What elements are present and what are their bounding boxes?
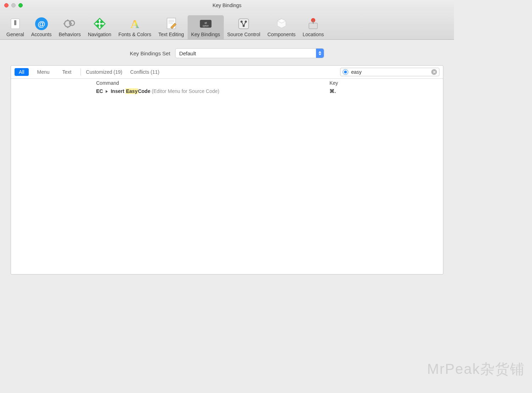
tab-fonts-colors[interactable]: A Fonts & Colors	[115, 15, 155, 39]
key-bindings-set-select[interactable]: Default	[175, 48, 324, 58]
close-icon[interactable]	[4, 3, 9, 7]
row-key: ⌘.	[329, 88, 443, 94]
text-editing-icon	[164, 17, 178, 31]
maximize-icon[interactable]	[18, 3, 23, 7]
tab-components[interactable]: Components	[264, 15, 299, 39]
svg-text:alt: alt	[204, 22, 207, 24]
content-area: Key Bindings Set Default All Menu Text C…	[0, 40, 454, 283]
tab-key-bindings[interactable]: altoption Key Bindings	[188, 15, 224, 39]
tab-label: Fonts & Colors	[118, 32, 151, 37]
tab-behaviors[interactable]: Behaviors	[55, 15, 84, 39]
behaviors-icon	[63, 17, 77, 31]
svg-rect-23	[309, 23, 317, 29]
header-key: Key	[329, 80, 443, 86]
svg-text:A: A	[131, 17, 139, 31]
svg-rect-19	[239, 19, 249, 29]
tab-label: Source Control	[227, 32, 260, 37]
select-stepper-icon	[316, 49, 324, 58]
tab-navigation[interactable]: Navigation	[84, 15, 115, 39]
tab-label: General	[6, 32, 24, 37]
filter-customized[interactable]: Customized (19)	[86, 69, 122, 75]
segment-all[interactable]: All	[15, 68, 29, 76]
svg-rect-25	[313, 20, 314, 24]
divider	[81, 68, 81, 76]
svg-point-5	[70, 21, 74, 26]
accounts-icon: @	[34, 17, 49, 31]
segment-menu[interactable]: Menu	[33, 68, 54, 76]
fonts-colors-icon: A	[128, 17, 142, 31]
filter-bar: All Menu Text Customized (19) Conflicts …	[11, 66, 443, 79]
search-box[interactable]: ✕	[340, 68, 439, 76]
search-input[interactable]	[351, 69, 431, 75]
tab-label: Text Editing	[158, 32, 184, 37]
table-row[interactable]: EC Insert EasyCode (Editor Menu for Sour…	[11, 87, 443, 95]
header-command: Command	[11, 80, 329, 86]
locations-icon	[306, 17, 320, 31]
traffic-lights	[4, 3, 23, 7]
tab-source-control[interactable]: Source Control	[224, 15, 264, 39]
key-bindings-icon: altoption	[199, 17, 213, 31]
tab-label: Accounts	[31, 32, 52, 37]
tab-label: Locations	[303, 32, 324, 37]
tab-label: Behaviors	[59, 32, 81, 37]
tab-accounts[interactable]: @ Accounts	[28, 15, 55, 39]
components-icon	[275, 17, 289, 31]
minimize-icon	[11, 3, 16, 7]
source-control-icon	[237, 17, 251, 31]
tab-label: Key Bindings	[191, 32, 220, 37]
tab-label: Navigation	[88, 32, 111, 37]
search-scope-icon[interactable]	[343, 69, 348, 75]
general-icon	[8, 17, 22, 31]
svg-rect-1	[14, 20, 16, 25]
preferences-toolbar: General @ Accounts Behaviors Navigation …	[0, 11, 454, 40]
tab-locations[interactable]: Locations	[299, 15, 327, 39]
chevron-right-icon	[106, 90, 108, 93]
window-title: Key Bindings	[0, 2, 454, 8]
key-bindings-set-row: Key Bindings Set Default	[11, 48, 443, 58]
bindings-panel: All Menu Text Customized (19) Conflicts …	[11, 65, 443, 275]
tab-text-editing[interactable]: Text Editing	[155, 15, 187, 39]
row-command: EC Insert EasyCode (Editor Menu for Sour…	[11, 88, 329, 94]
svg-text:option: option	[203, 24, 209, 27]
clear-search-icon[interactable]: ✕	[431, 69, 437, 75]
svg-text:@: @	[38, 20, 45, 28]
table-body: EC Insert EasyCode (Editor Menu for Sour…	[11, 87, 443, 274]
set-label: Key Bindings Set	[130, 50, 170, 56]
table-header: Command Key	[11, 79, 443, 87]
select-value: Default	[179, 50, 196, 56]
titlebar: Key Bindings	[0, 0, 454, 11]
tab-label: Components	[267, 32, 295, 37]
filter-conflicts[interactable]: Conflicts (11)	[130, 69, 160, 75]
filter-segments: All Menu Text	[15, 68, 76, 76]
segment-text[interactable]: Text	[58, 68, 76, 76]
tab-general[interactable]: General	[3, 15, 28, 39]
navigation-icon	[93, 17, 107, 31]
